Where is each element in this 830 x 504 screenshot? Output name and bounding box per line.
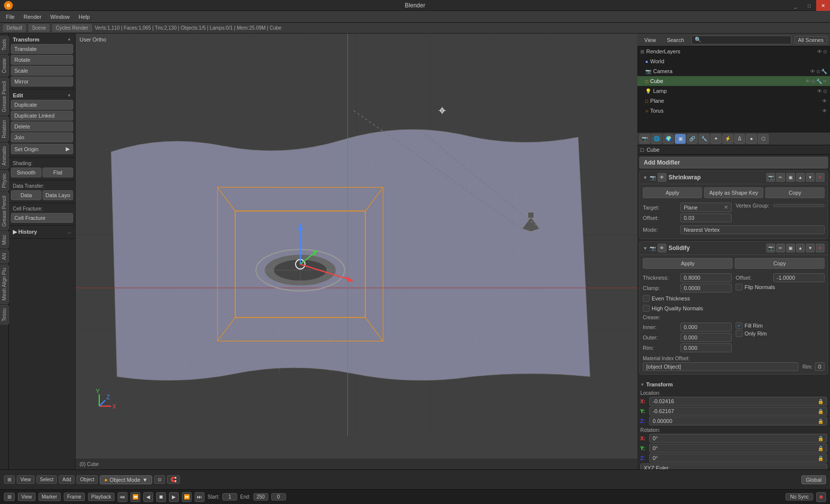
solidify-edit-icon[interactable]: ✏ (776, 244, 785, 252)
renderer-selector[interactable]: Cycles Render (52, 24, 92, 32)
vtab-grease2[interactable]: Grease Pencil (0, 192, 9, 230)
rotate-button[interactable]: Rotate (11, 55, 73, 65)
menu-file[interactable]: File (2, 13, 19, 21)
cell-fracture-button[interactable]: Cell Fracture (11, 213, 73, 223)
location-x-lock-icon[interactable]: 🔒 (818, 399, 824, 404)
join-button[interactable]: Join (11, 132, 73, 142)
play-btn[interactable]: ▶ (169, 492, 179, 502)
menu-help[interactable]: Help (75, 13, 94, 21)
shrinkwrap-target-field[interactable]: Plane ✕ (680, 203, 732, 212)
rotation-z-lock-icon[interactable]: 🔒 (818, 456, 824, 461)
scale-button[interactable]: Scale (11, 66, 73, 76)
prop-world-icon[interactable]: 🌍 (663, 134, 674, 144)
solidify-render-icon[interactable]: 📷 (766, 244, 775, 252)
record-btn[interactable]: ⏺ (816, 492, 826, 502)
vtab-animation[interactable]: Animatio (0, 143, 9, 169)
outliner-scope-dropdown[interactable]: All Scenes (794, 36, 827, 44)
add-modifier-button[interactable]: Add Modifier (639, 157, 828, 168)
shrinkwrap-vis-icon[interactable]: 👁 (658, 173, 666, 182)
timeline-icon-btn[interactable]: ⊞ (4, 493, 15, 501)
plane-eye-icon[interactable]: 👁 (822, 98, 827, 104)
shrinkwrap-delete-icon[interactable]: ✕ (816, 173, 825, 182)
solidify-flip-normals-checkbox[interactable] (736, 284, 743, 291)
shrinkwrap-apply-button[interactable]: Apply (643, 187, 702, 198)
solidify-apply-button[interactable]: Apply (643, 258, 733, 269)
view-menu-btn[interactable]: View (17, 475, 35, 484)
rotation-mode-field[interactable]: XYZ Euler (640, 463, 827, 469)
solidify-thickness-field[interactable]: 0.8000 (680, 273, 732, 282)
shrinkwrap-cage-icon[interactable]: ▣ (786, 173, 795, 182)
only-rim-checkbox[interactable] (736, 330, 743, 337)
workspace-selector[interactable]: Default (3, 24, 26, 32)
shrinkwrap-edit-icon[interactable]: ✏ (776, 173, 785, 182)
maximize-button[interactable]: □ (802, 0, 816, 11)
vtab-physics[interactable]: Physic (0, 170, 9, 191)
jump-start-btn[interactable]: ⏮ (118, 492, 127, 502)
history-header[interactable]: ▶ History … (11, 228, 73, 236)
location-y-lock-icon[interactable]: 🔒 (818, 409, 824, 414)
mirror-button[interactable]: Mirror (11, 77, 73, 86)
shrinkwrap-down-icon[interactable]: ▼ (806, 173, 815, 182)
cube-eye-icon[interactable]: 👁 (805, 79, 810, 84)
outliner-item-camera[interactable]: 📷 Camera 👁 ⊙ 🔧 (637, 66, 830, 76)
data-button[interactable]: Data (11, 190, 42, 200)
shrinkwrap-offset-field[interactable]: 0.03 (680, 213, 732, 222)
pivot-btn[interactable]: ⊙ (154, 475, 165, 484)
timeline-playback-btn[interactable]: Playback (88, 493, 115, 501)
select-menu-btn[interactable]: Select (37, 475, 57, 484)
menu-render[interactable]: Render (20, 13, 45, 21)
end-frame-field[interactable]: 250 (253, 493, 268, 501)
shrinkwrap-expand-icon[interactable]: ▼ (643, 175, 648, 180)
sync-selector[interactable]: No Sync (786, 493, 813, 501)
vtab-an[interactable]: AN (0, 250, 9, 263)
timeline-marker-btn[interactable]: Marker (39, 493, 61, 501)
outliner-search-field[interactable]: 🔍 (691, 36, 792, 44)
solidify-down-icon[interactable]: ▼ (806, 244, 815, 252)
prop-material-icon[interactable]: ● (746, 134, 757, 144)
prop-physics-icon[interactable]: ⚡ (722, 134, 733, 144)
flat-button[interactable]: Flat (42, 168, 73, 177)
prop-modifiers-icon[interactable]: 🔧 (699, 134, 709, 144)
jump-end-btn[interactable]: ⏭ (195, 492, 205, 502)
outliner-search-tab[interactable]: Search (663, 36, 688, 44)
viewport-canvas[interactable]: X Y Z (76, 34, 637, 436)
location-y-field[interactable]: -0.62167 🔒 (649, 407, 827, 416)
viewport[interactable]: User Ortho (76, 34, 637, 469)
rim-value-field[interactable]: 0 (815, 362, 825, 371)
edit-header[interactable]: Edit ▼ (11, 91, 73, 99)
right-transform-title[interactable]: ▼ Transform (640, 381, 827, 387)
prop-object-icon[interactable]: ▣ (675, 134, 686, 144)
close-button[interactable]: ✕ (816, 0, 830, 11)
smooth-button[interactable]: Smooth (11, 168, 42, 177)
outliner-item-torus[interactable]: ○ Torus 👁 (637, 106, 830, 116)
start-frame-field[interactable]: 1 (222, 493, 237, 501)
vtab-tools[interactable]: Tools (0, 36, 9, 54)
prop-particles-icon[interactable]: ✦ (710, 134, 721, 144)
timeline-view-btn[interactable]: View (18, 493, 36, 501)
rotation-y-lock-icon[interactable]: 🔒 (818, 446, 824, 451)
location-z-lock-icon[interactable]: 🔒 (818, 419, 824, 424)
window-controls[interactable]: _ □ ✕ (788, 0, 830, 11)
solidify-copy-button[interactable]: Copy (735, 258, 825, 269)
duplicate-button[interactable]: Duplicate (11, 100, 73, 110)
solidify-expand-icon[interactable]: ▼ (643, 246, 648, 251)
shrinkwrap-copy-button[interactable]: Copy (765, 187, 825, 198)
outliner-item-plane[interactable]: □ Plane 👁 (637, 96, 830, 106)
cube-edit-icon[interactable]: ✏ (823, 79, 827, 84)
vtab-relation[interactable]: Relation (0, 117, 9, 142)
crease-inner-field[interactable]: 0.000 (680, 323, 732, 332)
vtab-tessu[interactable]: Tessu (0, 305, 9, 325)
rotation-x-field[interactable]: 0° 🔒 (649, 434, 827, 443)
scene-selector[interactable]: Scene (29, 24, 49, 32)
data-layout-button[interactable]: Data Layo (42, 190, 73, 200)
stop-btn[interactable]: ⏹ (156, 492, 166, 502)
cube-cursor-icon[interactable]: ⊙ (811, 79, 815, 84)
prop-constraints-icon[interactable]: 🔗 (687, 134, 698, 144)
camera-render-icon[interactable]: 🔧 (821, 69, 827, 74)
vtab-grease-pencil[interactable]: Grease Pencil (0, 78, 9, 116)
step-back-btn[interactable]: ⏪ (130, 492, 140, 502)
solidify-even-thickness-checkbox[interactable] (643, 295, 650, 302)
global-selector[interactable]: Global (801, 475, 826, 484)
lamp-cursor-icon[interactable]: ⊙ (823, 88, 827, 94)
minimize-button[interactable]: _ (788, 0, 802, 11)
